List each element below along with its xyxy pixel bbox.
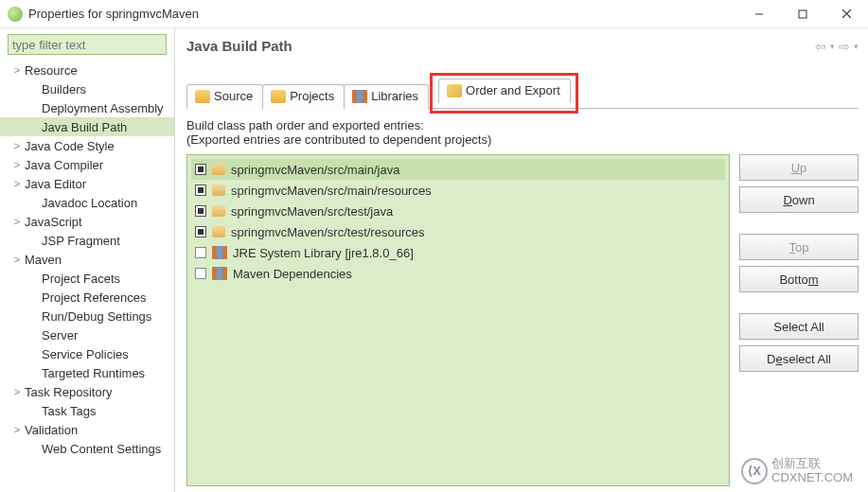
list-item-label: Maven Dependencies: [233, 267, 352, 281]
sidebar-item-project-references[interactable]: Project References: [0, 288, 174, 307]
sidebar-item-targeted-runtimes[interactable]: Targeted Runtimes: [0, 363, 174, 382]
expander-icon[interactable]: >: [11, 178, 23, 189]
list-item[interactable]: Maven Dependencies: [191, 263, 725, 284]
nav-history: ⇦ ▾ ⇨ ▾: [815, 39, 859, 54]
sidebar-item-run-debug-settings[interactable]: Run/Debug Settings: [0, 307, 174, 325]
description: Build class path order and exported entr…: [186, 118, 859, 147]
tab-source[interactable]: Source: [186, 84, 263, 109]
window-buttons: [737, 0, 868, 28]
tab-source-label: Source: [214, 89, 253, 103]
sidebar-item-builders[interactable]: Builders: [0, 79, 174, 98]
sidebar-item-java-build-path[interactable]: Java Build Path: [0, 117, 174, 136]
category-tree[interactable]: >ResourceBuildersDeployment AssemblyJava…: [0, 59, 174, 492]
sidebar-item-resource[interactable]: >Resource: [0, 61, 174, 79]
list-item[interactable]: JRE System Library [jre1.8.0_66]: [191, 242, 725, 263]
expander-icon[interactable]: >: [11, 216, 23, 227]
back-arrow-icon[interactable]: ⇦: [815, 39, 826, 54]
description-line1: Build class path order and exported entr…: [186, 118, 859, 132]
list-item-label: springmvcMaven/src/test/java: [231, 204, 393, 219]
sidebar-item-label: Web Content Settings: [42, 442, 161, 456]
sidebar-item-maven[interactable]: >Maven: [0, 250, 174, 269]
select-all-button[interactable]: Select All: [739, 313, 859, 340]
sidebar-item-javascript[interactable]: >JavaScript: [0, 212, 174, 231]
expander-icon[interactable]: >: [11, 159, 23, 170]
sidebar-item-web-content-settings[interactable]: Web Content Settings: [0, 439, 174, 458]
sidebar-item-java-compiler[interactable]: >Java Compiler: [0, 155, 174, 174]
sidebar-item-service-policies[interactable]: Service Policies: [0, 344, 174, 363]
sidebar-item-deployment-assembly[interactable]: Deployment Assembly: [0, 98, 174, 117]
minimize-button[interactable]: [737, 0, 781, 28]
checkbox[interactable]: [195, 184, 206, 196]
package-icon: [212, 184, 225, 196]
expander-icon[interactable]: >: [11, 140, 23, 151]
sidebar-item-jsp-fragment[interactable]: JSP Fragment: [0, 231, 174, 250]
bottom-button-label: Bottom: [779, 272, 818, 287]
sidebar-item-label: Project Facets: [42, 272, 120, 286]
svg-rect-1: [799, 10, 806, 18]
checkbox[interactable]: [195, 226, 206, 237]
list-item[interactable]: springmvcMaven/src/test/java: [191, 201, 725, 221]
checkbox[interactable]: [195, 205, 206, 217]
checkbox[interactable]: [195, 268, 206, 279]
sidebar-item-label: Resource: [25, 63, 78, 78]
sidebar-item-label: JSP Fragment: [42, 234, 120, 248]
sidebar-item-label: Task Repository: [25, 385, 112, 399]
order-export-icon: [447, 84, 462, 97]
tab-order-export[interactable]: Order and Export: [438, 79, 571, 103]
tab-projects[interactable]: Projects: [262, 84, 345, 109]
package-icon: [212, 164, 225, 175]
back-menu-icon[interactable]: ▾: [830, 42, 835, 51]
tab-libraries[interactable]: Libraries: [344, 84, 429, 109]
sidebar-item-label: Run/Debug Settings: [42, 309, 151, 324]
sidebar-item-java-editor[interactable]: >Java Editor: [0, 174, 174, 193]
sidebar-item-label: Targeted Runtimes: [42, 366, 145, 380]
projects-folder-icon: [271, 90, 286, 103]
expander-icon[interactable]: >: [11, 424, 23, 435]
title-bar: Properties for springmvcMaven: [0, 0, 868, 28]
sidebar-item-label: Javadoc Location: [42, 196, 137, 210]
deselect-all-button[interactable]: Deselect All: [739, 345, 859, 372]
expander-icon[interactable]: >: [11, 254, 23, 265]
sidebar-item-label: Deployment Assembly: [42, 101, 164, 115]
down-button[interactable]: Down: [739, 186, 859, 213]
list-item-label: springmvcMaven/src/main/resources: [231, 184, 432, 198]
sidebar-item-label: Server: [42, 328, 78, 343]
list-item[interactable]: springmvcMaven/src/main/java: [191, 159, 725, 180]
forward-menu-icon[interactable]: ▾: [854, 42, 859, 51]
close-button[interactable]: [824, 0, 868, 28]
sidebar-item-javadoc-location[interactable]: Javadoc Location: [0, 193, 174, 212]
filter-input[interactable]: [8, 34, 167, 55]
source-folder-icon: [195, 90, 210, 103]
list-item[interactable]: springmvcMaven/src/test/resources: [191, 221, 725, 242]
sidebar-item-label: Java Build Path: [42, 120, 127, 134]
main-panel: Java Build Path ⇦ ▾ ⇨ ▾ Source Projects …: [175, 28, 868, 492]
sidebar-item-label: Project References: [42, 290, 147, 305]
forward-arrow-icon[interactable]: ⇨: [839, 39, 850, 54]
expander-icon[interactable]: >: [11, 64, 23, 76]
up-button[interactable]: Up: [739, 154, 859, 181]
down-button-label: Down: [783, 193, 814, 207]
library-icon: [212, 267, 227, 280]
list-item[interactable]: springmvcMaven/src/main/resources: [191, 180, 725, 201]
sidebar-item-task-repository[interactable]: >Task Repository: [0, 382, 174, 401]
checkbox[interactable]: [195, 164, 206, 175]
sidebar-item-label: Builders: [42, 82, 86, 97]
watermark-logo-icon: ⟨X: [741, 458, 768, 484]
sidebar-item-validation[interactable]: >Validation: [0, 420, 174, 439]
deselect-all-label: Deselect All: [767, 352, 831, 366]
watermark: ⟨X 创新互联 CDXNET.COM: [741, 457, 853, 484]
description-line2: (Exported entries are contributed to dep…: [186, 132, 859, 147]
button-column: Up Down Top Bottom Select All Deselect A…: [739, 154, 859, 486]
maximize-button[interactable]: [781, 0, 824, 28]
sidebar-item-server[interactable]: Server: [0, 325, 174, 344]
entries-list[interactable]: springmvcMaven/src/main/javaspringmvcMav…: [186, 154, 730, 486]
sidebar-item-project-facets[interactable]: Project Facets: [0, 269, 174, 288]
checkbox[interactable]: [195, 247, 206, 258]
sidebar-item-task-tags[interactable]: Task Tags: [0, 401, 174, 420]
watermark-line1: 创新互联: [771, 457, 853, 470]
page-title: Java Build Path: [186, 38, 815, 54]
expander-icon[interactable]: >: [11, 386, 23, 397]
sidebar-item-java-code-style[interactable]: >Java Code Style: [0, 136, 174, 155]
bottom-button[interactable]: Bottom: [739, 266, 859, 292]
top-button[interactable]: Top: [739, 234, 859, 260]
